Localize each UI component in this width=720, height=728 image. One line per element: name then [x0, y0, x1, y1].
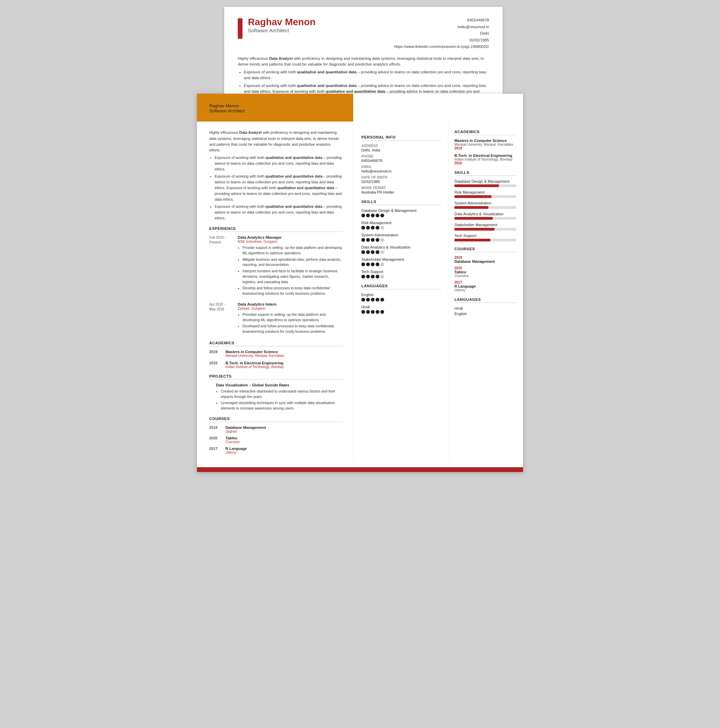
skill-bar-fill-0	[454, 184, 499, 187]
main-resume: Raghav Menon Software Architect Highly e…	[197, 94, 523, 472]
right-lang-0: Hindi	[454, 306, 516, 310]
dot	[362, 310, 365, 314]
skill-dots-1	[362, 214, 441, 217]
right-skill-name-5: Tech Support	[454, 234, 516, 238]
phone-value: 6455446678	[362, 159, 441, 163]
skill-item-2: Risk Management	[362, 221, 441, 229]
exp-bullets-2: Provided support in setting- up the data…	[238, 312, 343, 335]
right-skills-container: Database Design & Management Risk Manage…	[454, 179, 516, 242]
right-courses-title: COURSES	[454, 247, 516, 252]
acad-degree-2: B.Tech. in Electrical Engineering	[225, 361, 343, 365]
skill-bar-bg-4	[454, 228, 516, 231]
right-course-provider-2: Coursera	[454, 274, 516, 278]
dot	[362, 238, 365, 242]
dot	[375, 214, 379, 217]
right-skills-title: SKILLS	[454, 170, 516, 176]
right-course-provider-3: Udemy	[454, 288, 516, 292]
exp-b2-2: Developed and follow processes to keep d…	[242, 324, 343, 335]
exp-role-2: Data Analytics Intern	[238, 302, 343, 306]
languages-mid-title: LANGUAGES	[362, 284, 441, 289]
right-skill-item-5: Tech Support	[454, 234, 516, 242]
skill-item-6: Tech Support	[362, 269, 441, 278]
right-skill-item-1: Risk Management	[454, 190, 516, 198]
contact-email: hello@resumod.in	[394, 24, 489, 31]
right-lang-1: English	[454, 312, 516, 316]
exp-bullets-1: Provide support in setting- up the data …	[238, 245, 343, 297]
skill-dots-2	[362, 226, 441, 229]
course-provider-3: Udemy	[225, 451, 343, 454]
dot	[375, 250, 379, 254]
skill-dots-4	[362, 250, 441, 254]
acad-content-1: Masters in Computer Science Manipal Univ…	[225, 350, 343, 358]
red-accent-block	[238, 18, 242, 39]
skill-name-2: Risk Management	[362, 221, 441, 225]
permit-label: Work Permit	[362, 186, 441, 190]
skill-bar-fill-1	[454, 195, 492, 198]
projects-section-title: PROJECTS	[209, 374, 343, 379]
right-course-1: 2019 Database Management	[454, 256, 516, 263]
col-right: ACADEMICS Masters in Computer Science Ma…	[448, 122, 523, 467]
acad-year-1: 2019	[209, 350, 221, 358]
dot	[366, 263, 370, 266]
skill-dots-3	[362, 238, 441, 242]
dot	[380, 298, 384, 301]
dot	[380, 275, 384, 278]
skills-mid-title: SKILLS	[362, 200, 441, 205]
lang-name-1: English	[362, 293, 441, 297]
main-header-left: Raghav Menon Software Architect	[197, 94, 353, 122]
dot	[380, 250, 384, 254]
dot	[366, 275, 370, 278]
course-year-1: 2019	[209, 425, 221, 433]
phone-label: Phone	[362, 154, 441, 158]
right-langs-container: HindiEnglish	[454, 306, 516, 316]
acad-content-2: B.Tech. in Electrical Engineering Indian…	[225, 361, 343, 369]
skill-dots-6	[362, 275, 441, 278]
skill-bar-fill-4	[454, 228, 495, 231]
skill-name-5: Stakeholder Management	[362, 257, 441, 262]
lang-dots-1	[362, 298, 441, 301]
left-bullet-1: Exposure of working with both qualitativ…	[214, 155, 343, 172]
right-acad-year-1: 2019	[454, 146, 516, 150]
right-skill-name-2: System Administration	[454, 201, 516, 205]
dot	[371, 238, 375, 242]
main-resume-title: Software Architect	[209, 108, 343, 113]
skill-name-1: Database Design & Management	[362, 208, 441, 213]
course-content-1: Database Management Upgrad	[225, 425, 343, 433]
dot	[362, 275, 365, 278]
skill-item-3: System Administration	[362, 233, 441, 242]
top-resume-header: Raghav Menon Software Architect 64554466…	[238, 17, 489, 50]
bottom-red-bar	[197, 467, 523, 472]
exp-company-2: Zybase, Gurgaon	[238, 306, 343, 310]
skill-bar-fill-2	[454, 206, 489, 209]
right-course-name-2: Tableu	[454, 270, 516, 274]
lang-dots-2	[362, 310, 441, 314]
dot	[371, 298, 375, 301]
page-wrapper: Raghav Menon Software Architect 64554466…	[197, 7, 523, 472]
left-summary-text: Highly efficacious Data Analyst with pro…	[209, 130, 343, 153]
academics-section-title: ACADEMICS	[209, 341, 343, 346]
acad-item-2: 2016 B.Tech. in Electrical Engineering I…	[209, 361, 343, 369]
exp-b2-1: Provided support in setting- up the data…	[242, 312, 343, 323]
address-value: Delhi, India	[362, 148, 441, 152]
dot	[375, 275, 379, 278]
dot	[362, 263, 365, 266]
right-skill-item-3: Data Analytics & Visualization	[454, 212, 516, 220]
email-value: hello@resumod.in	[362, 169, 441, 173]
left-bullet-3: Exposure of working with both qualitativ…	[214, 204, 343, 221]
course-year-3: 2017	[209, 447, 221, 454]
project-title: Data Visualization – Global Suicide Rate…	[209, 383, 343, 387]
dot	[371, 250, 375, 254]
right-skill-name-3: Data Analytics & Visualization	[454, 212, 516, 216]
dot	[366, 310, 370, 314]
skill-name-4: Data Analytics & Visualization	[362, 245, 441, 249]
exp-company-1: NSE Industries, Gurgaon	[238, 239, 343, 243]
email-label: Email	[362, 165, 441, 169]
exp-b1-2: Mitigate business and operational risks;…	[242, 257, 343, 268]
dot	[380, 214, 384, 217]
skill-item-4: Data Analytics & Visualization	[362, 245, 441, 254]
skill-bar-bg-0	[454, 184, 516, 187]
dot	[380, 263, 384, 266]
dot	[371, 275, 375, 278]
skill-bar-fill-3	[454, 217, 493, 220]
dot	[366, 238, 370, 242]
